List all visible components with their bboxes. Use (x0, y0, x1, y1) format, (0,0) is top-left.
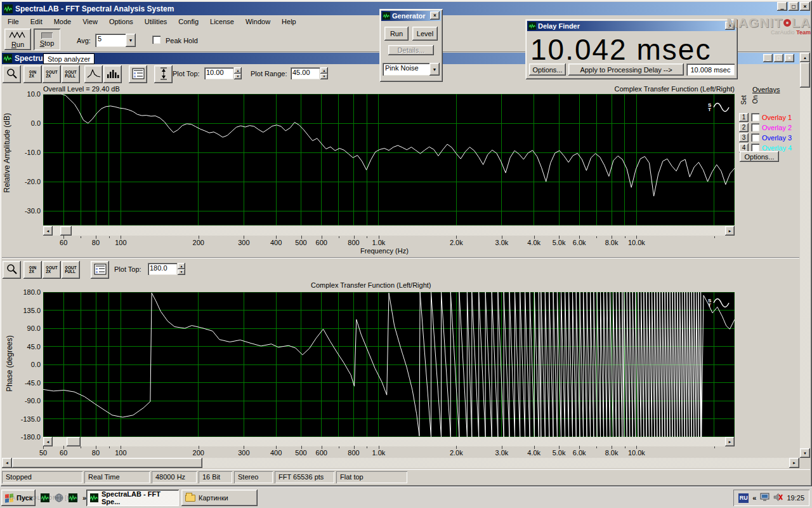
plot1-zoom-out-full-button[interactable]: ⚲OUTFULL (62, 65, 80, 83)
menu-item-window[interactable]: Window (240, 17, 276, 27)
plot1-minor-tickmark (244, 236, 244, 238)
plot1-scroll-left-icon[interactable]: ◄ (43, 226, 53, 236)
menu-item-view[interactable]: View (77, 17, 103, 27)
delay-finder-titlebar[interactable]: Delay Finder (527, 21, 736, 31)
plot1-bar-view-button[interactable] (103, 65, 122, 83)
muted-speaker-icon[interactable] (773, 493, 783, 503)
plot2-scroll-right-icon[interactable]: ► (725, 437, 735, 446)
plot2-zoom-in-2x-button[interactable]: ⚲IN2X (23, 261, 42, 279)
overlay-2-set-button[interactable]: 2 (739, 123, 749, 132)
tray-chevron[interactable]: « (752, 494, 756, 502)
plot1-scroll-thumb[interactable] (60, 226, 72, 236)
phase-plot-canvas[interactable] (43, 292, 735, 437)
close-button[interactable]: × (800, 2, 810, 11)
workspace-scroll-thumb[interactable] (12, 458, 202, 468)
plot2-plot-top-spin-down-icon[interactable]: ▼ (178, 269, 185, 276)
generator-dropdown-arrow-icon[interactable]: ▼ (429, 63, 440, 76)
processing-delay-field[interactable]: 10.008 msec (686, 64, 735, 76)
plot2-ytick-45.0: 45.0 (11, 343, 41, 351)
quicklaunch-spectralab-icon[interactable] (39, 491, 51, 504)
plot1-plot-range-field[interactable]: 45.00 (291, 67, 320, 79)
plot2-zoom-out-full-button[interactable]: ⚲OUTFULL (62, 261, 80, 279)
overlay-2-label: Overlay 2 (762, 124, 792, 131)
overlay-3-set-button[interactable]: 3 (739, 133, 749, 142)
plot1-options-button[interactable] (129, 65, 147, 83)
task-button-pictures[interactable]: Картинки (181, 490, 258, 506)
plot1-xtick-8.0k: 8.0k (598, 239, 625, 246)
overlay-3-on-checkbox[interactable] (751, 133, 759, 142)
workspace-vscroll-thumb[interactable] (800, 62, 810, 88)
quicklaunch-globe-icon[interactable] (53, 491, 65, 504)
workspace-vertical-scrollbar[interactable]: ▲ ▼ (800, 53, 810, 458)
run-button[interactable]: Run (4, 29, 31, 50)
plot2-scroll-left-icon[interactable]: ◄ (43, 437, 53, 446)
plot1-vertical-range-button[interactable] (154, 65, 173, 83)
plot1-zoom-button[interactable] (3, 65, 21, 83)
display-tray-icon[interactable] (760, 493, 769, 503)
plot1-minor-tickmark (96, 236, 96, 238)
plot2-zoom-out-2x-button[interactable]: ⚲OUT2X (43, 261, 61, 279)
menu-item-edit[interactable]: Edit (25, 17, 48, 27)
generator-level-button[interactable]: Level (412, 27, 438, 41)
overlay-1-set-button[interactable]: 1 (739, 113, 749, 122)
plot1-plot-top-spin-up-icon[interactable]: ▲ (234, 67, 242, 74)
plot1-zoom-in-2x-button[interactable]: ⚲IN2X (23, 65, 42, 83)
plot2-minor-tickmark (714, 446, 715, 448)
generator-run-button[interactable]: Run (384, 27, 409, 41)
delay-finder-dialog: Delay Finder × 10.042 msec Options... Ap… (525, 19, 738, 79)
workspace-scroll-up-icon[interactable]: ▲ (800, 53, 810, 62)
task-button-spectralab[interactable]: SpectraLAB - FFT Spe... (86, 490, 179, 506)
plot2-plot-top-spin-up-icon[interactable]: ▲ (178, 263, 185, 269)
plot2-plot-top-field[interactable]: 180.0 (148, 263, 177, 275)
overlay-1-on-checkbox[interactable] (751, 113, 759, 121)
workspace-scroll-right-icon[interactable]: ► (789, 458, 799, 468)
menu-item-utilities[interactable]: Utilities (139, 17, 173, 27)
plot2-horizontal-scrollbar[interactable]: ◄ ► (43, 437, 735, 446)
plot1-plot-range-spin-up-icon[interactable]: ▲ (320, 67, 328, 74)
start-button[interactable]: Пуск (1, 490, 36, 506)
plot2-scroll-thumb[interactable] (67, 437, 81, 446)
peak-hold-checkbox[interactable] (152, 36, 160, 44)
child-maximize-button[interactable]: □ (774, 54, 783, 62)
plot1-zoom-out-2x-button[interactable]: ⚲OUT2X (43, 65, 61, 83)
workspace-scroll-left-icon[interactable]: ◄ (2, 458, 12, 468)
plot2-zoom-button[interactable] (3, 261, 21, 279)
task-spectralab-icon (90, 493, 98, 502)
plot2-minor-tickmark (625, 446, 625, 448)
child-close-button[interactable]: × (785, 54, 794, 62)
quicklaunch-app-icon[interactable] (67, 491, 79, 504)
apply-processing-delay-button[interactable]: Apply to Processing Delay --> (568, 64, 684, 76)
workspace-horizontal-scrollbar[interactable]: ◄ ► (2, 458, 799, 468)
menu-item-file[interactable]: File (2, 17, 25, 27)
generator-close-icon[interactable]: × (430, 11, 440, 20)
child-minimize-button[interactable]: _ (763, 54, 773, 62)
stop-button[interactable]: Stop (34, 29, 60, 50)
overlay-2-on-checkbox[interactable] (751, 123, 759, 131)
menu-item-mode[interactable]: Mode (48, 17, 77, 27)
delay-finder-close-icon[interactable]: × (725, 22, 735, 30)
plot1-plot-top-label: Plot Top: (173, 70, 200, 77)
maximize-button[interactable]: □ (789, 2, 799, 11)
language-indicator[interactable]: RU (738, 493, 749, 503)
menu-item-license[interactable]: License (204, 17, 240, 27)
plot2-minor-tickmark (502, 446, 502, 448)
avg-label: Avg: (77, 37, 91, 44)
minimize-button[interactable]: _ (777, 2, 787, 11)
avg-combobox[interactable]: 5 ▼ (95, 34, 136, 47)
plot1-plot-top-field[interactable]: 10.00 (204, 67, 233, 79)
menu-item-help[interactable]: Help (276, 17, 302, 27)
plot1-horizontal-scrollbar[interactable]: ◄ ► (43, 226, 735, 236)
plot1-plot-range-spin-down-icon[interactable]: ▼ (320, 74, 328, 80)
overlays-options-button[interactable]: Options... (740, 151, 779, 162)
magnitude-plot-canvas[interactable] (43, 94, 735, 225)
menu-item-config[interactable]: Config (173, 17, 204, 27)
plot1-spectrum-view-button[interactable] (84, 65, 103, 83)
generator-signal-combobox[interactable]: Pink Noise ▼ (383, 63, 440, 76)
avg-dropdown-arrow-icon[interactable]: ▼ (126, 34, 136, 47)
plot2-options-button[interactable] (91, 261, 109, 279)
delay-options-button[interactable]: Options... (529, 64, 566, 76)
menu-item-options[interactable]: Options (103, 17, 139, 27)
plot1-scroll-right-icon[interactable]: ► (725, 226, 735, 236)
workspace-scroll-down-icon[interactable]: ▼ (800, 448, 810, 458)
plot1-plot-top-spin-down-icon[interactable]: ▼ (234, 74, 242, 80)
